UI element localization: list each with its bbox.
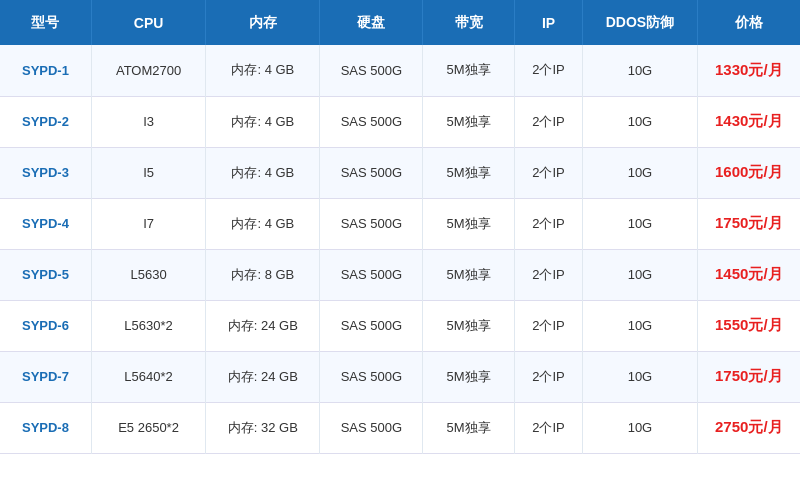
cell-ip: 2个IP	[514, 198, 583, 249]
cell-cpu: I7	[91, 198, 205, 249]
table-row: SYPD-2I3内存: 4 GBSAS 500G5M独享2个IP10G1430元…	[0, 96, 800, 147]
cell-price: 1330元/月	[697, 45, 800, 96]
header-cpu: CPU	[91, 0, 205, 45]
cell-mem: 内存: 4 GB	[206, 96, 320, 147]
header-ip: IP	[514, 0, 583, 45]
cell-mem: 内存: 4 GB	[206, 45, 320, 96]
cell-ddos: 10G	[583, 45, 697, 96]
cell-cpu: L5630	[91, 249, 205, 300]
cell-disk: SAS 500G	[320, 45, 423, 96]
cell-bw: 5M独享	[423, 198, 514, 249]
cell-disk: SAS 500G	[320, 249, 423, 300]
cell-model: SYPD-6	[0, 300, 91, 351]
cell-ip: 2个IP	[514, 147, 583, 198]
table-header-row: 型号 CPU 内存 硬盘 带宽 IP DDOS防御 价格	[0, 0, 800, 45]
cell-price: 1750元/月	[697, 198, 800, 249]
table-row: SYPD-6L5630*2内存: 24 GBSAS 500G5M独享2个IP10…	[0, 300, 800, 351]
header-bw: 带宽	[423, 0, 514, 45]
header-disk: 硬盘	[320, 0, 423, 45]
cell-ddos: 10G	[583, 249, 697, 300]
cell-ip: 2个IP	[514, 402, 583, 453]
cell-model: SYPD-5	[0, 249, 91, 300]
cell-model: SYPD-8	[0, 402, 91, 453]
header-price: 价格	[697, 0, 800, 45]
cell-model: SYPD-3	[0, 147, 91, 198]
cell-ddos: 10G	[583, 198, 697, 249]
table-row: SYPD-3I5内存: 4 GBSAS 500G5M独享2个IP10G1600元…	[0, 147, 800, 198]
cell-ddos: 10G	[583, 300, 697, 351]
header-ddos: DDOS防御	[583, 0, 697, 45]
table-row: SYPD-5L5630内存: 8 GBSAS 500G5M独享2个IP10G14…	[0, 249, 800, 300]
cell-ip: 2个IP	[514, 351, 583, 402]
cell-bw: 5M独享	[423, 351, 514, 402]
cell-cpu: L5630*2	[91, 300, 205, 351]
cell-price: 1550元/月	[697, 300, 800, 351]
cell-mem: 内存: 4 GB	[206, 147, 320, 198]
table-row: SYPD-1ATOM2700内存: 4 GBSAS 500G5M独享2个IP10…	[0, 45, 800, 96]
table-row: SYPD-7L5640*2内存: 24 GBSAS 500G5M独享2个IP10…	[0, 351, 800, 402]
cell-ip: 2个IP	[514, 45, 583, 96]
cell-bw: 5M独享	[423, 249, 514, 300]
cell-disk: SAS 500G	[320, 96, 423, 147]
cell-bw: 5M独享	[423, 96, 514, 147]
cell-disk: SAS 500G	[320, 402, 423, 453]
header-model: 型号	[0, 0, 91, 45]
cell-price: 1750元/月	[697, 351, 800, 402]
table-row: SYPD-8E5 2650*2内存: 32 GBSAS 500G5M独享2个IP…	[0, 402, 800, 453]
cell-disk: SAS 500G	[320, 300, 423, 351]
cell-price: 2750元/月	[697, 402, 800, 453]
cell-price: 1600元/月	[697, 147, 800, 198]
cell-model: SYPD-7	[0, 351, 91, 402]
header-mem: 内存	[206, 0, 320, 45]
cell-ip: 2个IP	[514, 249, 583, 300]
cell-bw: 5M独享	[423, 147, 514, 198]
cell-price: 1430元/月	[697, 96, 800, 147]
cell-mem: 内存: 8 GB	[206, 249, 320, 300]
cell-mem: 内存: 32 GB	[206, 402, 320, 453]
cell-disk: SAS 500G	[320, 351, 423, 402]
cell-disk: SAS 500G	[320, 147, 423, 198]
table-row: SYPD-4I7内存: 4 GBSAS 500G5M独享2个IP10G1750元…	[0, 198, 800, 249]
cell-ddos: 10G	[583, 402, 697, 453]
cell-model: SYPD-1	[0, 45, 91, 96]
cell-ip: 2个IP	[514, 300, 583, 351]
cell-bw: 5M独享	[423, 300, 514, 351]
cell-cpu: I5	[91, 147, 205, 198]
cell-cpu: E5 2650*2	[91, 402, 205, 453]
cell-model: SYPD-4	[0, 198, 91, 249]
cell-disk: SAS 500G	[320, 198, 423, 249]
cell-cpu: L5640*2	[91, 351, 205, 402]
cell-cpu: I3	[91, 96, 205, 147]
cell-ddos: 10G	[583, 96, 697, 147]
cell-mem: 内存: 24 GB	[206, 300, 320, 351]
cell-bw: 5M独享	[423, 402, 514, 453]
cell-mem: 内存: 4 GB	[206, 198, 320, 249]
server-pricing-table: 型号 CPU 内存 硬盘 带宽 IP DDOS防御 价格 SYPD-1ATOM2…	[0, 0, 800, 454]
cell-bw: 5M独享	[423, 45, 514, 96]
cell-model: SYPD-2	[0, 96, 91, 147]
cell-cpu: ATOM2700	[91, 45, 205, 96]
cell-mem: 内存: 24 GB	[206, 351, 320, 402]
cell-ip: 2个IP	[514, 96, 583, 147]
cell-price: 1450元/月	[697, 249, 800, 300]
cell-ddos: 10G	[583, 351, 697, 402]
cell-ddos: 10G	[583, 147, 697, 198]
